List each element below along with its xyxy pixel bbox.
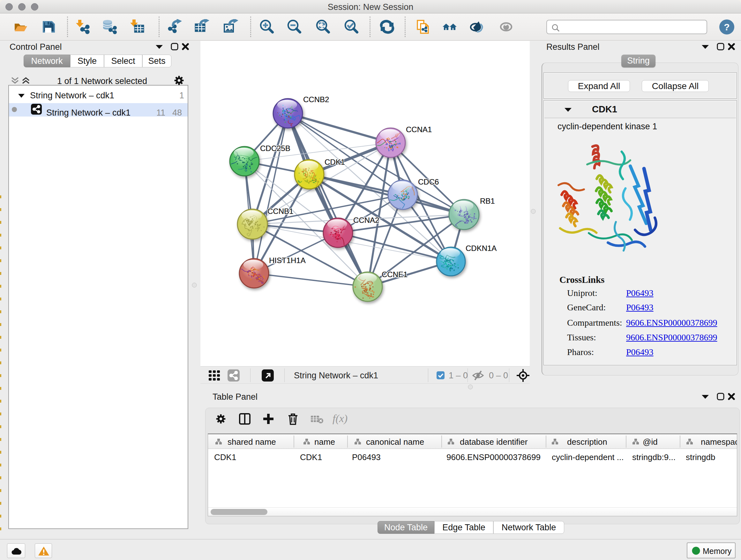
svg-text:CCNA2: CCNA2 xyxy=(353,216,379,225)
svg-text:HIST1H1A: HIST1H1A xyxy=(269,256,306,265)
svg-text:RB1: RB1 xyxy=(480,197,495,205)
svg-text:CDC6: CDC6 xyxy=(418,178,439,186)
svg-text:CCNA1: CCNA1 xyxy=(406,125,432,134)
svg-text:CDK1: CDK1 xyxy=(325,158,345,166)
svg-text:CCNB2: CCNB2 xyxy=(303,95,329,104)
svg-text:CDC25B: CDC25B xyxy=(260,144,290,152)
svg-text:CCNE1: CCNE1 xyxy=(382,270,408,279)
svg-text:CCNB1: CCNB1 xyxy=(267,207,293,215)
svg-text:CDKN1A: CDKN1A xyxy=(466,244,496,253)
